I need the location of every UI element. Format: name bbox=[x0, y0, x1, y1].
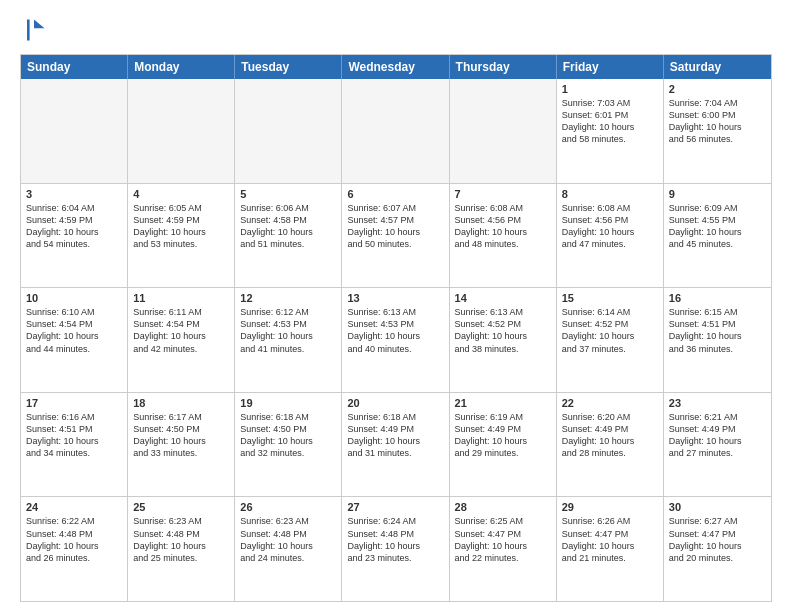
day-info: Sunrise: 6:13 AM Sunset: 4:53 PM Dayligh… bbox=[347, 306, 443, 355]
header bbox=[20, 16, 772, 44]
calendar-cell bbox=[21, 79, 128, 183]
logo bbox=[20, 16, 52, 44]
calendar-cell: 25Sunrise: 6:23 AM Sunset: 4:48 PM Dayli… bbox=[128, 497, 235, 601]
calendar-cell: 10Sunrise: 6:10 AM Sunset: 4:54 PM Dayli… bbox=[21, 288, 128, 392]
calendar: SundayMondayTuesdayWednesdayThursdayFrid… bbox=[20, 54, 772, 602]
calendar-cell bbox=[342, 79, 449, 183]
day-number: 25 bbox=[133, 501, 229, 513]
calendar-cell bbox=[235, 79, 342, 183]
svg-rect-1 bbox=[27, 20, 30, 41]
calendar-cell: 19Sunrise: 6:18 AM Sunset: 4:50 PM Dayli… bbox=[235, 393, 342, 497]
day-info: Sunrise: 6:23 AM Sunset: 4:48 PM Dayligh… bbox=[133, 515, 229, 564]
day-number: 10 bbox=[26, 292, 122, 304]
calendar-cell: 28Sunrise: 6:25 AM Sunset: 4:47 PM Dayli… bbox=[450, 497, 557, 601]
calendar-cell: 11Sunrise: 6:11 AM Sunset: 4:54 PM Dayli… bbox=[128, 288, 235, 392]
day-info: Sunrise: 6:08 AM Sunset: 4:56 PM Dayligh… bbox=[562, 202, 658, 251]
day-number: 12 bbox=[240, 292, 336, 304]
day-info: Sunrise: 6:20 AM Sunset: 4:49 PM Dayligh… bbox=[562, 411, 658, 460]
calendar-cell: 27Sunrise: 6:24 AM Sunset: 4:48 PM Dayli… bbox=[342, 497, 449, 601]
day-number: 18 bbox=[133, 397, 229, 409]
day-info: Sunrise: 6:17 AM Sunset: 4:50 PM Dayligh… bbox=[133, 411, 229, 460]
header-day-monday: Monday bbox=[128, 55, 235, 79]
day-number: 4 bbox=[133, 188, 229, 200]
day-info: Sunrise: 6:05 AM Sunset: 4:59 PM Dayligh… bbox=[133, 202, 229, 251]
day-number: 9 bbox=[669, 188, 766, 200]
day-info: Sunrise: 6:18 AM Sunset: 4:49 PM Dayligh… bbox=[347, 411, 443, 460]
day-number: 21 bbox=[455, 397, 551, 409]
day-number: 26 bbox=[240, 501, 336, 513]
calendar-row-1: 1Sunrise: 7:03 AM Sunset: 6:01 PM Daylig… bbox=[21, 79, 771, 184]
calendar-cell: 30Sunrise: 6:27 AM Sunset: 4:47 PM Dayli… bbox=[664, 497, 771, 601]
day-number: 27 bbox=[347, 501, 443, 513]
day-number: 16 bbox=[669, 292, 766, 304]
header-day-sunday: Sunday bbox=[21, 55, 128, 79]
logo-icon bbox=[20, 16, 48, 44]
calendar-cell: 14Sunrise: 6:13 AM Sunset: 4:52 PM Dayli… bbox=[450, 288, 557, 392]
header-day-friday: Friday bbox=[557, 55, 664, 79]
calendar-cell: 23Sunrise: 6:21 AM Sunset: 4:49 PM Dayli… bbox=[664, 393, 771, 497]
calendar-cell: 8Sunrise: 6:08 AM Sunset: 4:56 PM Daylig… bbox=[557, 184, 664, 288]
page: SundayMondayTuesdayWednesdayThursdayFrid… bbox=[0, 0, 792, 612]
day-info: Sunrise: 7:03 AM Sunset: 6:01 PM Dayligh… bbox=[562, 97, 658, 146]
calendar-row-4: 17Sunrise: 6:16 AM Sunset: 4:51 PM Dayli… bbox=[21, 393, 771, 498]
calendar-cell: 29Sunrise: 6:26 AM Sunset: 4:47 PM Dayli… bbox=[557, 497, 664, 601]
day-number: 15 bbox=[562, 292, 658, 304]
calendar-cell: 22Sunrise: 6:20 AM Sunset: 4:49 PM Dayli… bbox=[557, 393, 664, 497]
day-number: 22 bbox=[562, 397, 658, 409]
calendar-header: SundayMondayTuesdayWednesdayThursdayFrid… bbox=[21, 55, 771, 79]
calendar-cell: 9Sunrise: 6:09 AM Sunset: 4:55 PM Daylig… bbox=[664, 184, 771, 288]
calendar-cell: 1Sunrise: 7:03 AM Sunset: 6:01 PM Daylig… bbox=[557, 79, 664, 183]
day-info: Sunrise: 6:07 AM Sunset: 4:57 PM Dayligh… bbox=[347, 202, 443, 251]
header-day-saturday: Saturday bbox=[664, 55, 771, 79]
day-info: Sunrise: 6:15 AM Sunset: 4:51 PM Dayligh… bbox=[669, 306, 766, 355]
calendar-cell bbox=[450, 79, 557, 183]
day-number: 23 bbox=[669, 397, 766, 409]
day-number: 1 bbox=[562, 83, 658, 95]
day-info: Sunrise: 6:23 AM Sunset: 4:48 PM Dayligh… bbox=[240, 515, 336, 564]
calendar-body: 1Sunrise: 7:03 AM Sunset: 6:01 PM Daylig… bbox=[21, 79, 771, 601]
day-number: 28 bbox=[455, 501, 551, 513]
calendar-cell: 12Sunrise: 6:12 AM Sunset: 4:53 PM Dayli… bbox=[235, 288, 342, 392]
calendar-row-2: 3Sunrise: 6:04 AM Sunset: 4:59 PM Daylig… bbox=[21, 184, 771, 289]
calendar-cell: 17Sunrise: 6:16 AM Sunset: 4:51 PM Dayli… bbox=[21, 393, 128, 497]
calendar-cell: 13Sunrise: 6:13 AM Sunset: 4:53 PM Dayli… bbox=[342, 288, 449, 392]
day-info: Sunrise: 6:12 AM Sunset: 4:53 PM Dayligh… bbox=[240, 306, 336, 355]
day-number: 11 bbox=[133, 292, 229, 304]
day-info: Sunrise: 6:11 AM Sunset: 4:54 PM Dayligh… bbox=[133, 306, 229, 355]
day-info: Sunrise: 6:18 AM Sunset: 4:50 PM Dayligh… bbox=[240, 411, 336, 460]
day-number: 30 bbox=[669, 501, 766, 513]
day-info: Sunrise: 6:08 AM Sunset: 4:56 PM Dayligh… bbox=[455, 202, 551, 251]
day-info: Sunrise: 6:24 AM Sunset: 4:48 PM Dayligh… bbox=[347, 515, 443, 564]
day-info: Sunrise: 6:10 AM Sunset: 4:54 PM Dayligh… bbox=[26, 306, 122, 355]
calendar-cell: 15Sunrise: 6:14 AM Sunset: 4:52 PM Dayli… bbox=[557, 288, 664, 392]
day-number: 17 bbox=[26, 397, 122, 409]
calendar-cell: 24Sunrise: 6:22 AM Sunset: 4:48 PM Dayli… bbox=[21, 497, 128, 601]
day-info: Sunrise: 6:26 AM Sunset: 4:47 PM Dayligh… bbox=[562, 515, 658, 564]
header-day-thursday: Thursday bbox=[450, 55, 557, 79]
calendar-cell: 18Sunrise: 6:17 AM Sunset: 4:50 PM Dayli… bbox=[128, 393, 235, 497]
day-number: 2 bbox=[669, 83, 766, 95]
day-info: Sunrise: 6:04 AM Sunset: 4:59 PM Dayligh… bbox=[26, 202, 122, 251]
day-info: Sunrise: 6:21 AM Sunset: 4:49 PM Dayligh… bbox=[669, 411, 766, 460]
day-info: Sunrise: 6:14 AM Sunset: 4:52 PM Dayligh… bbox=[562, 306, 658, 355]
day-info: Sunrise: 6:16 AM Sunset: 4:51 PM Dayligh… bbox=[26, 411, 122, 460]
day-info: Sunrise: 7:04 AM Sunset: 6:00 PM Dayligh… bbox=[669, 97, 766, 146]
calendar-cell: 2Sunrise: 7:04 AM Sunset: 6:00 PM Daylig… bbox=[664, 79, 771, 183]
day-number: 19 bbox=[240, 397, 336, 409]
calendar-cell: 6Sunrise: 6:07 AM Sunset: 4:57 PM Daylig… bbox=[342, 184, 449, 288]
calendar-cell: 3Sunrise: 6:04 AM Sunset: 4:59 PM Daylig… bbox=[21, 184, 128, 288]
calendar-cell: 4Sunrise: 6:05 AM Sunset: 4:59 PM Daylig… bbox=[128, 184, 235, 288]
calendar-cell: 26Sunrise: 6:23 AM Sunset: 4:48 PM Dayli… bbox=[235, 497, 342, 601]
header-day-tuesday: Tuesday bbox=[235, 55, 342, 79]
day-number: 7 bbox=[455, 188, 551, 200]
day-number: 14 bbox=[455, 292, 551, 304]
calendar-cell: 21Sunrise: 6:19 AM Sunset: 4:49 PM Dayli… bbox=[450, 393, 557, 497]
day-number: 24 bbox=[26, 501, 122, 513]
day-info: Sunrise: 6:09 AM Sunset: 4:55 PM Dayligh… bbox=[669, 202, 766, 251]
day-number: 8 bbox=[562, 188, 658, 200]
calendar-row-5: 24Sunrise: 6:22 AM Sunset: 4:48 PM Dayli… bbox=[21, 497, 771, 601]
day-info: Sunrise: 6:13 AM Sunset: 4:52 PM Dayligh… bbox=[455, 306, 551, 355]
calendar-cell bbox=[128, 79, 235, 183]
calendar-cell: 5Sunrise: 6:06 AM Sunset: 4:58 PM Daylig… bbox=[235, 184, 342, 288]
calendar-cell: 16Sunrise: 6:15 AM Sunset: 4:51 PM Dayli… bbox=[664, 288, 771, 392]
